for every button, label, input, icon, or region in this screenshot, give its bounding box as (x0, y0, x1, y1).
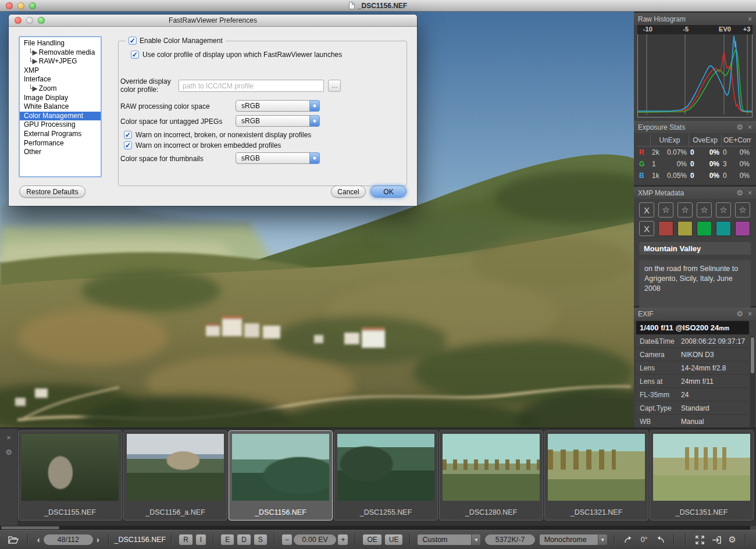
chevron-down-icon: ▼ (471, 534, 480, 545)
ev-minus-button[interactable]: − (282, 534, 292, 545)
preferences-category-list: File Handling └▶Removable media └▶RAW+JP… (19, 36, 102, 177)
gear-icon[interactable]: ⚙ (736, 188, 743, 197)
thumbnail-dsc1155[interactable]: _DSC1155.NEF (18, 430, 122, 521)
exif-row: Date&Time2008:06:22 09:37:17 (636, 335, 749, 348)
raw-button[interactable]: R (179, 534, 192, 545)
prev-image-button[interactable]: ‹ (34, 535, 44, 544)
render-mode-dropdown[interactable]: Monochrome ▼ (540, 534, 607, 545)
exif-row: Lens14-24mm f/2.8 (636, 362, 749, 375)
white-balance-dropdown[interactable]: Custom ▼ (418, 534, 480, 545)
image-counter: 48/112 (44, 534, 93, 545)
internal-jpeg-button[interactable]: I (196, 534, 206, 545)
histogram-green-curve (638, 49, 752, 112)
overexposure-button[interactable]: OE (363, 534, 381, 545)
fullscreen-icon[interactable] (695, 535, 705, 545)
next-image-button[interactable]: › (93, 535, 103, 544)
star-icon[interactable]: ☆ (697, 202, 712, 218)
rotate-cw-icon[interactable] (624, 536, 634, 544)
thumbnail-dsc1156a[interactable]: _DSC1156_a.NEF (123, 430, 227, 521)
ev-plus-button[interactable]: + (338, 534, 348, 545)
dialog-titlebar[interactable]: FastRawViewer Preferences (9, 15, 417, 27)
xmp-panel-title: XMP Metadata (638, 189, 684, 197)
thumbnail-dsc1321[interactable]: _DSC1321.NEF (544, 430, 648, 521)
warn-embedded-profiles-checkbox[interactable] (124, 141, 132, 149)
star-icon[interactable]: ☆ (677, 202, 693, 218)
thumb-space-dropdown[interactable]: sRGB (236, 152, 320, 164)
ok-button[interactable]: OK (370, 186, 406, 198)
subitem-arrow-icon: └▶ (28, 84, 37, 92)
thumbnail-dsc1280[interactable]: _DSC1280.NEF (439, 430, 543, 521)
rating-reject-button[interactable]: X (639, 202, 654, 218)
xmp-description-field[interactable]: on the road from Selinunte to Agrigento,… (639, 260, 751, 311)
thumbnail-dsc1156-selected[interactable]: _DSC1156.NEF (229, 430, 333, 521)
pref-item-image-display[interactable]: Image Display (20, 94, 101, 103)
raw-space-label: RAW processing color space (120, 102, 210, 110)
pref-item-gpu-processing[interactable]: GPU Processing (20, 120, 101, 130)
pref-item-removable-media[interactable]: └▶Removable media (20, 48, 101, 58)
star-icon[interactable]: ☆ (716, 202, 731, 218)
color-label-green[interactable] (697, 221, 712, 236)
color-label-teal[interactable] (716, 221, 731, 236)
close-icon[interactable]: × (748, 189, 752, 197)
shadows-button[interactable]: S (254, 534, 267, 545)
close-icon[interactable]: × (6, 433, 11, 442)
document-icon (349, 2, 355, 9)
open-folder-icon[interactable] (8, 536, 19, 544)
pref-item-white-balance[interactable]: White Balance (20, 102, 101, 112)
exposure-button[interactable]: E (221, 534, 234, 545)
right-sidebar: Raw Histogram × -10 -5 EV0 +3 (634, 12, 756, 427)
pref-item-color-management[interactable]: Color Management (20, 112, 101, 121)
exif-scrollbar[interactable] (750, 336, 755, 435)
close-icon[interactable]: × (748, 310, 752, 318)
group-title: Enable Color Management (140, 37, 223, 45)
warn-display-profiles-checkbox[interactable] (124, 131, 132, 139)
panel-exposure-stats: Exposure Stats ⚙ × UnExp OveExp OE+Corr … (634, 121, 756, 185)
pref-item-performance[interactable]: Performance (20, 139, 101, 148)
pref-item-interface[interactable]: Interface (20, 75, 101, 84)
filmstrip-scrollbar[interactable] (0, 526, 756, 530)
pref-item-external-programs[interactable]: External Programs (20, 130, 101, 139)
gear-icon[interactable]: ⚙ (736, 309, 743, 318)
details-button[interactable]: D (237, 534, 251, 545)
gear-icon[interactable]: ⚙ (729, 534, 736, 545)
browse-profile-button[interactable]: ... (328, 80, 341, 92)
exif-row: FL-35mm24 (636, 388, 749, 401)
toggle-panel-icon[interactable] (712, 536, 722, 544)
jpeg-space-dropdown[interactable]: sRGB (236, 115, 320, 127)
pref-item-other[interactable]: Other (20, 148, 101, 157)
exif-panel-title: EXIF (638, 310, 654, 318)
use-display-profile-checkbox[interactable] (131, 51, 139, 59)
app-titlebar: _DSC1156.NEF (0, 0, 756, 12)
pref-item-zoom[interactable]: └▶Zoom (20, 84, 101, 94)
thumbnail-image (548, 434, 645, 501)
thumbnail-dsc1255[interactable]: _DSC1255.NEF (334, 430, 438, 521)
pref-item-raw-jpeg[interactable]: └▶RAW+JPEG (20, 57, 101, 66)
rotate-ccw-icon[interactable] (655, 536, 665, 544)
thumbnail-dsc1351[interactable]: _DSC1351.NEF (650, 430, 754, 521)
xmp-title-field[interactable]: Mountain Valley (639, 242, 751, 255)
restore-defaults-button[interactable]: Restore Defaults (19, 186, 85, 198)
pref-item-xmp[interactable]: XMP (20, 66, 101, 76)
color-label-red[interactable] (658, 221, 673, 236)
underexposure-button[interactable]: UE (385, 534, 403, 545)
close-icon[interactable]: × (748, 123, 752, 131)
raw-space-dropdown[interactable]: sRGB (236, 100, 320, 112)
star-icon[interactable]: ☆ (658, 202, 673, 218)
filmstrip: × ⚙ _DSC1155.NEF _DSC1156_a.NEF _DSC1156… (0, 427, 756, 530)
enable-color-management-checkbox[interactable] (129, 37, 137, 45)
ev-value: 0.00 EV (294, 534, 337, 545)
cancel-button[interactable]: Cancel (331, 186, 366, 198)
jpeg-space-label: Color space for untagged JPEGs (120, 117, 222, 126)
override-profile-input[interactable] (179, 80, 324, 92)
color-label-yellow[interactable] (677, 221, 693, 236)
gear-icon[interactable]: ⚙ (736, 123, 743, 131)
exposure-panel-title: Exposure Stats (638, 123, 685, 131)
color-label-purple[interactable] (735, 221, 750, 236)
thumbnail-image (127, 434, 224, 501)
chevron-down-icon: ▼ (598, 534, 607, 545)
pref-item-file-handling[interactable]: File Handling (20, 39, 101, 48)
close-icon[interactable]: × (748, 15, 752, 23)
label-reject-button[interactable]: X (639, 221, 654, 236)
star-icon[interactable]: ☆ (735, 202, 750, 218)
gear-icon[interactable]: ⚙ (5, 448, 12, 457)
